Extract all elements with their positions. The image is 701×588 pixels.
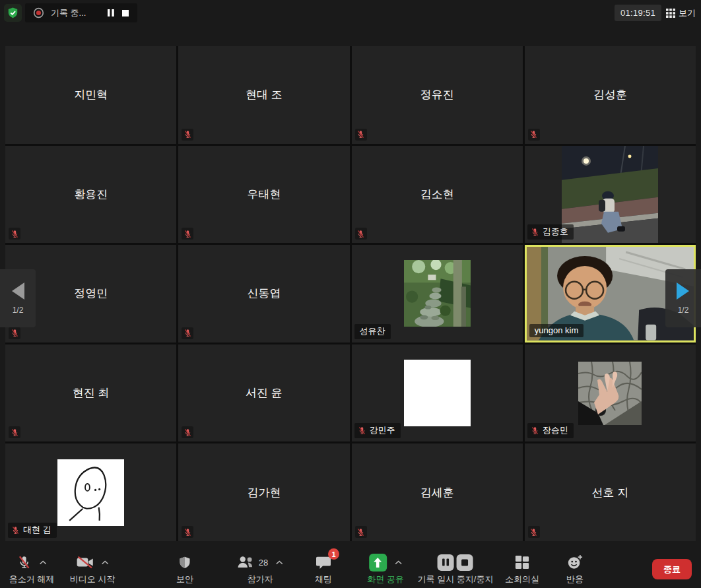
participant-grid: 지민혁현대 조 정유진 김성훈 황용진 우태현 김소현 (5, 46, 696, 541)
participant-name: 현대 조 (178, 46, 349, 144)
mic-muted-icon (531, 228, 539, 236)
participant-tile[interactable]: 현대 조 (178, 46, 349, 144)
participant-name: 대현 김 (23, 524, 51, 536)
participant-tile[interactable]: 우태현 (178, 146, 349, 244)
participants-button[interactable]: 28 참가자 (237, 553, 283, 585)
chevron-up-icon[interactable] (102, 560, 109, 565)
end-meeting-button[interactable]: 종료 (652, 559, 692, 579)
stop-icon (461, 559, 469, 566)
participant-name-tag: 강민주 (354, 423, 401, 438)
people-icon (237, 555, 255, 570)
arrow-left-icon (10, 282, 26, 300)
participant-tile[interactable]: 강민주 (352, 344, 523, 442)
muted-indicator (9, 327, 20, 339)
meeting-info-button[interactable] (4, 4, 22, 22)
participant-tile[interactable]: 대현 김 (5, 443, 176, 541)
meeting-toolbar: 음소거 해제 비디오 시작 보안 (0, 550, 701, 588)
chevron-up-icon[interactable] (40, 560, 47, 565)
page-indicator: 1/2 (13, 306, 24, 315)
reactions-button[interactable]: 반응 (566, 553, 584, 585)
participant-name: 강민주 (370, 424, 395, 436)
participant-tile[interactable]: 신동엽 (178, 245, 349, 343)
record-dot-icon (33, 7, 44, 18)
muted-indicator (355, 228, 367, 240)
participant-tile[interactable]: 현진 최 (5, 344, 176, 442)
unmute-button[interactable]: 음소거 해제 (9, 553, 55, 585)
participant-tile[interactable]: 지민혁 (5, 46, 176, 144)
share-screen-button[interactable]: 화면 공유 (367, 553, 404, 585)
breakout-rooms-button[interactable]: 소회의실 (505, 553, 539, 585)
mic-muted-icon (11, 526, 20, 535)
pause-icon (442, 558, 450, 566)
recording-controls-label: 기록 일시 중지/중지 (418, 573, 494, 585)
chat-button[interactable]: 1 채팅 (315, 553, 332, 585)
mic-muted-icon (184, 130, 192, 139)
mic-muted-icon (356, 130, 365, 139)
stop-recording-toolbar-button[interactable] (457, 554, 473, 571)
participant-tile[interactable]: 장승민 (525, 344, 696, 442)
pause-recording-toolbar-button[interactable] (438, 554, 454, 571)
participant-tile[interactable]: 정유진 (352, 46, 523, 144)
mic-muted-icon (184, 428, 192, 437)
reactions-label: 반응 (566, 573, 584, 585)
breakout-rooms-label: 소회의실 (505, 573, 539, 585)
participant-name-tag: 성유찬 (354, 324, 391, 339)
chevron-up-icon[interactable] (276, 560, 283, 565)
muted-indicator (182, 228, 193, 240)
security-label: 보안 (176, 573, 193, 585)
participant-name: 정유진 (352, 46, 523, 144)
mic-muted-icon (11, 230, 19, 238)
participant-name-tag: 김종호 (527, 224, 574, 240)
participant-tile[interactable]: 성유찬 (352, 245, 523, 343)
participant-tile[interactable]: 김성훈 (525, 46, 696, 144)
pause-icon (107, 9, 115, 17)
view-button[interactable]: 보기 (666, 5, 696, 21)
previous-page-button[interactable]: 1/2 (0, 269, 36, 327)
participant-name: 장승민 (543, 424, 568, 436)
participant-tile[interactable]: 김세훈 (352, 443, 523, 541)
participant-tile[interactable]: 김가현 (178, 443, 349, 541)
mic-muted-icon (184, 528, 192, 537)
participant-name: 현진 최 (5, 344, 176, 442)
mic-muted-icon (531, 426, 539, 435)
participant-tile[interactable]: 황용진 (5, 146, 176, 244)
pause-recording-button[interactable] (107, 9, 115, 17)
muted-indicator (182, 526, 193, 538)
unmute-label: 음소거 해제 (9, 573, 55, 585)
participant-tile[interactable]: 선호 지 (525, 443, 696, 541)
muted-indicator (9, 426, 20, 438)
mic-muted-icon (184, 230, 192, 238)
view-button-label: 보기 (679, 7, 696, 19)
participant-name: 신동엽 (178, 245, 349, 343)
participant-name: yungon kim (535, 325, 578, 335)
recording-indicator: 기록 중... (25, 3, 137, 22)
start-video-button[interactable]: 비디오 시작 (70, 553, 116, 585)
participant-tile[interactable]: 김소현 (352, 146, 523, 244)
participant-name: 김세훈 (352, 443, 523, 541)
muted-indicator (182, 129, 193, 141)
arrow-right-icon (675, 282, 691, 300)
muted-indicator (528, 129, 540, 141)
recording-controls: 기록 일시 중지/중지 (418, 553, 494, 585)
participant-tile[interactable]: 김종호 (525, 146, 696, 244)
participant-tile[interactable]: 서진 윤 (178, 344, 349, 442)
participant-name: 김성훈 (525, 46, 696, 144)
stop-recording-button[interactable] (121, 9, 129, 17)
page-indicator: 1/2 (678, 306, 689, 315)
chevron-up-icon[interactable] (395, 560, 402, 565)
participant-name: 김소현 (352, 146, 523, 244)
mic-muted-icon (358, 426, 366, 435)
top-bar: 기록 중... 01:19:51 보기 (0, 0, 701, 26)
participant-name: 선호 지 (525, 443, 696, 541)
reactions-icon (567, 554, 583, 570)
recording-status-label: 기록 중... (51, 7, 100, 19)
next-page-button[interactable]: 1/2 (665, 269, 701, 327)
participant-name-tag: 대현 김 (8, 523, 57, 538)
muted-indicator (528, 526, 540, 538)
mic-muted-icon (529, 528, 538, 537)
mic-muted-icon (356, 528, 365, 537)
participant-count: 28 (259, 558, 268, 568)
shield-check-icon (7, 7, 19, 19)
security-button[interactable]: 보안 (176, 553, 193, 585)
grid-view-icon (666, 9, 675, 18)
